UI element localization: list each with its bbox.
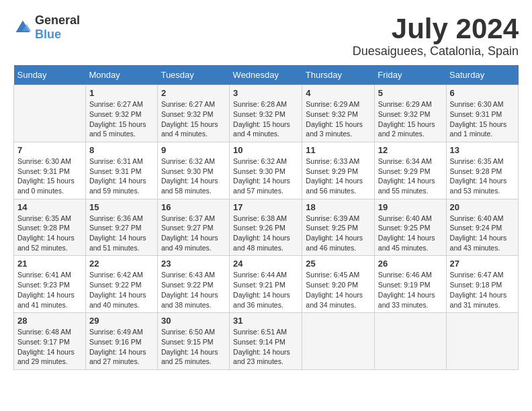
- calendar-cell: 17Sunrise: 6:38 AMSunset: 9:26 PMDayligh…: [230, 199, 302, 256]
- day-number: 5: [378, 88, 443, 98]
- day-info: Sunrise: 6:32 AMSunset: 9:30 PMDaylight:…: [233, 156, 298, 196]
- day-number: 22: [89, 259, 154, 269]
- day-info: Sunrise: 6:41 AMSunset: 9:23 PMDaylight:…: [17, 270, 82, 310]
- calendar-cell: 30Sunrise: 6:50 AMSunset: 9:15 PMDayligh…: [157, 313, 229, 370]
- day-number: 4: [306, 88, 370, 98]
- calendar-cell: 29Sunrise: 6:49 AMSunset: 9:16 PMDayligh…: [85, 313, 157, 370]
- calendar-cell: 1Sunrise: 6:27 AMSunset: 9:32 PMDaylight…: [85, 85, 157, 142]
- calendar-cell: 14Sunrise: 6:35 AMSunset: 9:28 PMDayligh…: [14, 199, 86, 256]
- day-number: 9: [161, 145, 226, 155]
- day-number: 31: [233, 316, 298, 326]
- day-number: 20: [450, 202, 515, 212]
- day-info: Sunrise: 6:29 AMSunset: 9:32 PMDaylight:…: [306, 99, 370, 139]
- day-info: Sunrise: 6:39 AMSunset: 9:25 PMDaylight:…: [306, 214, 370, 253]
- day-number: 28: [17, 316, 82, 326]
- day-info: Sunrise: 6:46 AMSunset: 9:19 PMDaylight:…: [378, 270, 443, 310]
- calendar-cell: 6Sunrise: 6:30 AMSunset: 9:31 PMDaylight…: [446, 85, 518, 142]
- day-number: 13: [450, 145, 515, 155]
- calendar-cell: 5Sunrise: 6:29 AMSunset: 9:32 PMDaylight…: [374, 85, 446, 142]
- calendar-cell: 11Sunrise: 6:33 AMSunset: 9:29 PMDayligh…: [302, 142, 374, 199]
- calendar-cell: 31Sunrise: 6:51 AMSunset: 9:14 PMDayligh…: [230, 313, 302, 370]
- day-number: 18: [306, 202, 370, 212]
- logo-general: General: [35, 13, 80, 27]
- calendar-cell: 19Sunrise: 6:40 AMSunset: 9:25 PMDayligh…: [374, 199, 446, 256]
- day-info: Sunrise: 6:27 AMSunset: 9:32 PMDaylight:…: [89, 99, 154, 139]
- day-number: 21: [17, 259, 82, 269]
- calendar-cell: 21Sunrise: 6:41 AMSunset: 9:23 PMDayligh…: [14, 256, 86, 313]
- day-info: Sunrise: 6:31 AMSunset: 9:31 PMDaylight:…: [89, 156, 154, 196]
- day-info: Sunrise: 6:36 AMSunset: 9:27 PMDaylight:…: [89, 214, 154, 253]
- day-number: 7: [17, 145, 82, 155]
- day-number: 16: [161, 202, 226, 212]
- header-sunday: Sunday: [14, 65, 86, 85]
- calendar-cell: 22Sunrise: 6:42 AMSunset: 9:22 PMDayligh…: [85, 256, 157, 313]
- day-info: Sunrise: 6:30 AMSunset: 9:31 PMDaylight:…: [450, 99, 515, 139]
- day-number: 25: [306, 259, 370, 269]
- calendar-cell: 15Sunrise: 6:36 AMSunset: 9:27 PMDayligh…: [85, 199, 157, 256]
- logo-text: General Blue: [35, 13, 80, 42]
- calendar-week-2: 7Sunrise: 6:30 AMSunset: 9:31 PMDaylight…: [14, 142, 519, 199]
- calendar-cell: 26Sunrise: 6:46 AMSunset: 9:19 PMDayligh…: [374, 256, 446, 313]
- calendar-cell: 10Sunrise: 6:32 AMSunset: 9:30 PMDayligh…: [230, 142, 302, 199]
- day-number: 29: [89, 316, 154, 326]
- day-info: Sunrise: 6:29 AMSunset: 9:32 PMDaylight:…: [378, 99, 443, 139]
- day-info: Sunrise: 6:49 AMSunset: 9:16 PMDaylight:…: [89, 327, 154, 367]
- day-info: Sunrise: 6:51 AMSunset: 9:14 PMDaylight:…: [233, 327, 298, 367]
- calendar-cell: [446, 313, 518, 370]
- title-section: July 2024 Duesaiguees, Catalonia, Spain: [353, 13, 519, 58]
- day-info: Sunrise: 6:42 AMSunset: 9:22 PMDaylight:…: [89, 270, 154, 310]
- location-title: Duesaiguees, Catalonia, Spain: [353, 44, 519, 58]
- day-number: 14: [17, 202, 82, 212]
- day-info: Sunrise: 6:33 AMSunset: 9:29 PMDaylight:…: [306, 156, 370, 196]
- calendar-cell: 16Sunrise: 6:37 AMSunset: 9:27 PMDayligh…: [157, 199, 229, 256]
- calendar-cell: 7Sunrise: 6:30 AMSunset: 9:31 PMDaylight…: [14, 142, 86, 199]
- day-number: 3: [233, 88, 298, 98]
- day-number: 8: [89, 145, 154, 155]
- header-saturday: Saturday: [446, 65, 518, 85]
- day-info: Sunrise: 6:43 AMSunset: 9:22 PMDaylight:…: [161, 270, 226, 310]
- day-info: Sunrise: 6:34 AMSunset: 9:29 PMDaylight:…: [378, 156, 443, 196]
- calendar-cell: 8Sunrise: 6:31 AMSunset: 9:31 PMDaylight…: [85, 142, 157, 199]
- month-year-title: July 2024: [353, 13, 519, 44]
- calendar-cell: 4Sunrise: 6:29 AMSunset: 9:32 PMDaylight…: [302, 85, 374, 142]
- calendar-cell: 9Sunrise: 6:32 AMSunset: 9:30 PMDaylight…: [157, 142, 229, 199]
- logo: General Blue: [13, 13, 80, 42]
- day-info: Sunrise: 6:38 AMSunset: 9:26 PMDaylight:…: [233, 214, 298, 253]
- day-info: Sunrise: 6:27 AMSunset: 9:32 PMDaylight:…: [161, 99, 226, 139]
- header-thursday: Thursday: [302, 65, 374, 85]
- calendar-cell: 18Sunrise: 6:39 AMSunset: 9:25 PMDayligh…: [302, 199, 374, 256]
- day-number: 17: [233, 202, 298, 212]
- day-number: 2: [161, 88, 226, 98]
- calendar-week-4: 21Sunrise: 6:41 AMSunset: 9:23 PMDayligh…: [14, 256, 519, 313]
- calendar-cell: 28Sunrise: 6:48 AMSunset: 9:17 PMDayligh…: [14, 313, 86, 370]
- day-info: Sunrise: 6:40 AMSunset: 9:25 PMDaylight:…: [378, 214, 443, 253]
- calendar-cell: [14, 85, 86, 142]
- day-number: 12: [378, 145, 443, 155]
- day-number: 11: [306, 145, 370, 155]
- calendar-week-5: 28Sunrise: 6:48 AMSunset: 9:17 PMDayligh…: [14, 313, 519, 370]
- calendar-cell: 12Sunrise: 6:34 AMSunset: 9:29 PMDayligh…: [374, 142, 446, 199]
- calendar-cell: 23Sunrise: 6:43 AMSunset: 9:22 PMDayligh…: [157, 256, 229, 313]
- day-info: Sunrise: 6:32 AMSunset: 9:30 PMDaylight:…: [161, 156, 226, 196]
- day-number: 1: [89, 88, 154, 98]
- day-info: Sunrise: 6:35 AMSunset: 9:28 PMDaylight:…: [450, 156, 515, 196]
- header-wednesday: Wednesday: [230, 65, 302, 85]
- day-number: 27: [450, 259, 515, 269]
- day-info: Sunrise: 6:48 AMSunset: 9:17 PMDaylight:…: [17, 327, 82, 367]
- calendar-cell: 25Sunrise: 6:45 AMSunset: 9:20 PMDayligh…: [302, 256, 374, 313]
- calendar-week-1: 1Sunrise: 6:27 AMSunset: 9:32 PMDaylight…: [14, 85, 519, 142]
- calendar-cell: 2Sunrise: 6:27 AMSunset: 9:32 PMDaylight…: [157, 85, 229, 142]
- page-header: General Blue July 2024 Duesaiguees, Cata…: [13, 13, 519, 58]
- calendar-cell: [374, 313, 446, 370]
- day-number: 30: [161, 316, 226, 326]
- day-number: 19: [378, 202, 443, 212]
- day-info: Sunrise: 6:45 AMSunset: 9:20 PMDaylight:…: [306, 270, 370, 310]
- day-info: Sunrise: 6:50 AMSunset: 9:15 PMDaylight:…: [161, 327, 226, 367]
- calendar-cell: 3Sunrise: 6:28 AMSunset: 9:32 PMDaylight…: [230, 85, 302, 142]
- day-number: 15: [89, 202, 154, 212]
- calendar-week-3: 14Sunrise: 6:35 AMSunset: 9:28 PMDayligh…: [14, 199, 519, 256]
- calendar-table: SundayMondayTuesdayWednesdayThursdayFrid…: [13, 65, 519, 370]
- day-info: Sunrise: 6:37 AMSunset: 9:27 PMDaylight:…: [161, 214, 226, 253]
- calendar-cell: 13Sunrise: 6:35 AMSunset: 9:28 PMDayligh…: [446, 142, 518, 199]
- logo-icon: [13, 18, 32, 37]
